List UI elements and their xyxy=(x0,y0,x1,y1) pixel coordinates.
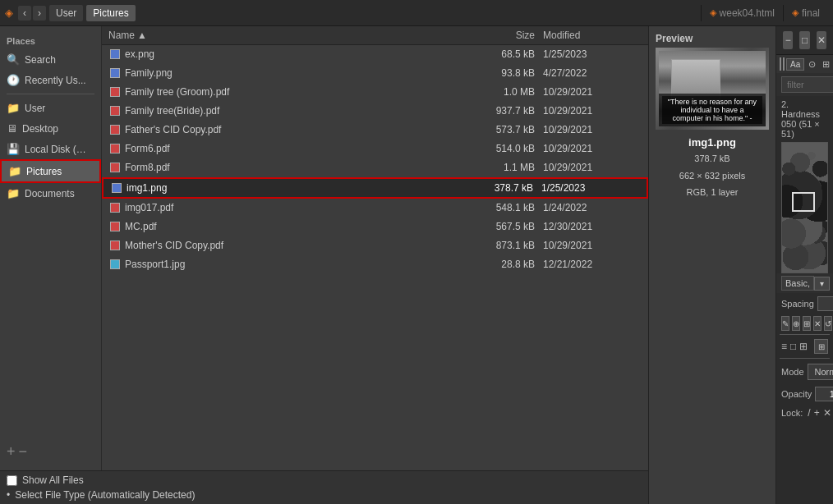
table-row[interactable]: ex.png 68.5 kB 1/25/2023 xyxy=(102,45,648,64)
show-all-files-checkbox[interactable] xyxy=(7,475,17,486)
refresh-brush-button[interactable]: ↺ xyxy=(824,316,832,331)
col-header-size[interactable]: Size xyxy=(477,30,543,41)
table-row[interactable]: img1.png 378.7 kB 1/25/2023 xyxy=(102,177,648,199)
table-row[interactable]: MC.pdf 567.5 kB 12/30/2021 xyxy=(102,218,648,236)
table-row[interactable]: Family tree (Groom).pdf 1.0 MB 10/29/202… xyxy=(102,83,648,102)
brush-preset-name: Basic, xyxy=(781,276,814,291)
sidebar: Places 🔍 Search 🕐 Recently Us... 📁 User … xyxy=(0,26,102,470)
back-button[interactable]: ‹ xyxy=(18,6,31,21)
disk-icon: 💾 xyxy=(7,143,20,155)
table-row[interactable]: Family.png 93.8 kB 4/27/2022 xyxy=(102,64,648,83)
sidebar-divider-1 xyxy=(7,94,94,94)
opacity-label: Opacity xyxy=(781,389,812,399)
remove-bookmark-button[interactable]: − xyxy=(19,443,28,460)
gimp-titlebar: − □ ✕ xyxy=(776,26,833,55)
sidebar-item-local-disk[interactable]: 💾 Local Disk (… xyxy=(0,139,101,159)
sidebar-item-search[interactable]: 🔍 Search xyxy=(0,49,101,70)
eye-tool-button[interactable]: ⊙ xyxy=(806,58,818,71)
browser-body: Places 🔍 Search 🕐 Recently Us... 📁 User … xyxy=(0,26,648,470)
spacing-input[interactable] xyxy=(817,296,833,311)
table-row[interactable]: Form6.pdf 514.0 kB 10/29/2021 xyxy=(102,140,648,158)
name-col-label: Name xyxy=(108,30,135,41)
table-row[interactable]: Form8.pdf 1.1 MB 10/29/2021 xyxy=(102,158,648,177)
nav-buttons: ‹ › xyxy=(18,6,46,21)
file-size: 514.0 kB xyxy=(477,143,543,154)
layer-view-button[interactable]: □ xyxy=(790,341,796,352)
gimp-mode-row: Mode Normal ‹ › xyxy=(776,360,833,383)
duplicate-brush-button[interactable]: ⊞ xyxy=(803,316,811,331)
table-row[interactable]: Mother's CID Copy.pdf 873.1 kB 10/29/202… xyxy=(102,236,648,255)
file-size: 548.1 kB xyxy=(477,202,543,213)
delete-brush-button[interactable]: ✕ xyxy=(813,316,821,331)
preview-image: "There is no reason for any individual t… xyxy=(656,48,769,130)
sidebar-item-user[interactable]: 📁 User xyxy=(0,98,101,118)
file-name: img1.png xyxy=(127,182,476,194)
bullet-icon: • xyxy=(7,489,10,501)
extra-tool-button[interactable]: ⊞ xyxy=(820,58,832,71)
file-name: Family tree(Bride).pdf xyxy=(125,105,477,117)
table-row[interactable]: Family tree(Bride).pdf 937.7 kB 10/29/20… xyxy=(102,102,648,121)
col-header-name[interactable]: Name ▲ xyxy=(108,30,477,41)
spacing-label: Spacing xyxy=(781,299,814,309)
name-sort-icon: ▲ xyxy=(137,30,147,41)
table-row[interactable]: Passport1.jpg 28.8 kB 12/21/2022 xyxy=(102,255,648,274)
lock-all-button[interactable]: ✕ xyxy=(823,407,831,419)
sidebar-item-recently-used[interactable]: 🕐 Recently Us... xyxy=(0,70,101,90)
foreground-swatch[interactable] xyxy=(780,57,781,71)
file-name: Family.png xyxy=(125,67,477,79)
col-header-modified[interactable]: Modified xyxy=(543,30,642,41)
gimp-brush-info: 2. Hardness 050 (51 × 51) xyxy=(776,96,833,142)
sidebar-label-pictures: Pictures xyxy=(26,166,62,177)
sidebar-item-desktop[interactable]: 🖥 Desktop xyxy=(0,118,101,139)
show-all-files-row[interactable]: Show All Files xyxy=(7,474,642,486)
table-row[interactable]: Father's CID Copy.pdf 573.7 kB 10/29/202… xyxy=(102,121,648,140)
layer-extra-button[interactable]: ⊞ xyxy=(814,339,828,354)
file-modified: 12/21/2022 xyxy=(543,259,642,270)
brush-preset-dropdown[interactable]: ▾ xyxy=(814,277,830,291)
tab-icon-final: ◈ xyxy=(792,7,798,18)
file-size: 567.5 kB xyxy=(477,221,543,232)
file-list-header: Name ▲ Size Modified xyxy=(102,26,648,45)
clock-icon: 🕐 xyxy=(7,74,20,86)
gimp-spacing-row: Spacing xyxy=(776,293,833,314)
user-folder-icon: 📁 xyxy=(7,102,20,114)
close-button[interactable]: ✕ xyxy=(817,31,826,49)
breadcrumb-user[interactable]: User xyxy=(49,5,83,21)
add-brush-button[interactable]: ⊕ xyxy=(792,316,800,331)
file-modified: 10/29/2021 xyxy=(543,124,642,135)
breadcrumb-pictures[interactable]: Pictures xyxy=(86,5,135,21)
forward-button[interactable]: › xyxy=(33,6,46,21)
file-modified: 10/29/2021 xyxy=(543,162,642,173)
mode-select[interactable]: Normal xyxy=(808,364,833,380)
file-type-icon xyxy=(108,258,122,271)
tab-week04[interactable]: ◈ week04.html xyxy=(701,5,783,21)
lock-pixels-button[interactable]: / xyxy=(808,407,810,419)
minimize-button[interactable]: − xyxy=(783,31,793,49)
sidebar-item-documents[interactable]: 📁 Documents xyxy=(0,183,101,204)
select-file-type-row: • Select File Type (Automatically Detect… xyxy=(7,489,642,501)
opacity-input[interactable] xyxy=(815,387,833,401)
file-size: 937.7 kB xyxy=(477,105,543,117)
file-modified: 10/29/2021 xyxy=(543,86,642,98)
text-tool-label[interactable]: Aa xyxy=(786,58,804,71)
file-type-icon xyxy=(108,104,122,117)
file-type-icon xyxy=(108,85,122,99)
tab-icon-week04: ◈ xyxy=(710,7,716,18)
preview-dimensions: 662 × 632 pixels xyxy=(656,169,769,183)
tab-final[interactable]: ◈ final xyxy=(783,5,828,21)
section-divider-1 xyxy=(780,334,830,335)
sidebar-label-localdisk: Local Disk (… xyxy=(25,144,86,155)
maximize-button[interactable]: □ xyxy=(799,31,809,49)
add-bookmark-button[interactable]: + xyxy=(7,443,16,460)
file-name: ex.png xyxy=(125,48,477,60)
edit-brush-button[interactable]: ✎ xyxy=(781,316,789,331)
tab-label-final: final xyxy=(802,7,820,19)
mode-label: Mode xyxy=(781,367,804,377)
background-swatch[interactable] xyxy=(783,57,785,71)
layers-button[interactable]: ≡ xyxy=(781,341,787,352)
sidebar-item-pictures[interactable]: 📁 Pictures xyxy=(0,159,101,183)
lock-position-button[interactable]: + xyxy=(814,407,820,419)
brush-filter-input[interactable] xyxy=(781,76,833,93)
table-row[interactable]: img017.pdf 548.1 kB 1/24/2022 xyxy=(102,199,648,218)
layer-add-button[interactable]: ⊞ xyxy=(799,341,808,352)
